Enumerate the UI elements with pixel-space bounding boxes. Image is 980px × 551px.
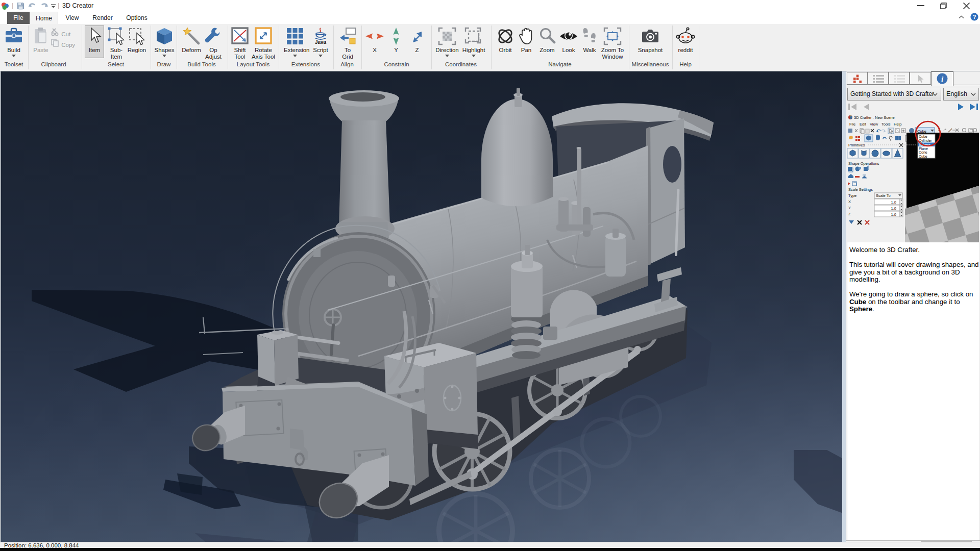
svg-text:1.0: 1.0 bbox=[891, 206, 896, 211]
svg-text:3D Crafter - New Scene: 3D Crafter - New Scene bbox=[854, 115, 895, 120]
svg-text:Plane: Plane bbox=[919, 147, 928, 151]
svg-text:Y: Y bbox=[848, 206, 851, 210]
svg-text:?: ? bbox=[973, 14, 976, 20]
svg-text:Type: Type bbox=[848, 193, 856, 198]
svg-text:1.0: 1.0 bbox=[891, 200, 896, 205]
svg-text:Shape Operations: Shape Operations bbox=[848, 161, 879, 166]
svg-text:Cylinder: Cylinder bbox=[919, 139, 932, 143]
svg-text:Scale Settings: Scale Settings bbox=[848, 187, 873, 192]
svg-text:Cone: Cone bbox=[919, 151, 927, 154]
svg-text:Edit: Edit bbox=[860, 122, 867, 127]
svg-text:Cube: Cube bbox=[919, 135, 927, 138]
svg-text:Tools: Tools bbox=[881, 122, 891, 127]
svg-text:Scale To: Scale To bbox=[876, 193, 891, 198]
svg-text:Help: Help bbox=[894, 122, 901, 127]
svg-text:Z: Z bbox=[848, 212, 851, 216]
svg-text:File: File bbox=[849, 122, 855, 127]
svg-text:1.0: 1.0 bbox=[891, 212, 896, 217]
svg-text:View: View bbox=[870, 122, 878, 127]
svg-text:Primitives: Primitives bbox=[848, 143, 865, 147]
svg-text:Cube: Cube bbox=[919, 155, 927, 158]
svg-text:X: X bbox=[848, 199, 851, 204]
svg-text:Java: Java bbox=[315, 39, 327, 45]
